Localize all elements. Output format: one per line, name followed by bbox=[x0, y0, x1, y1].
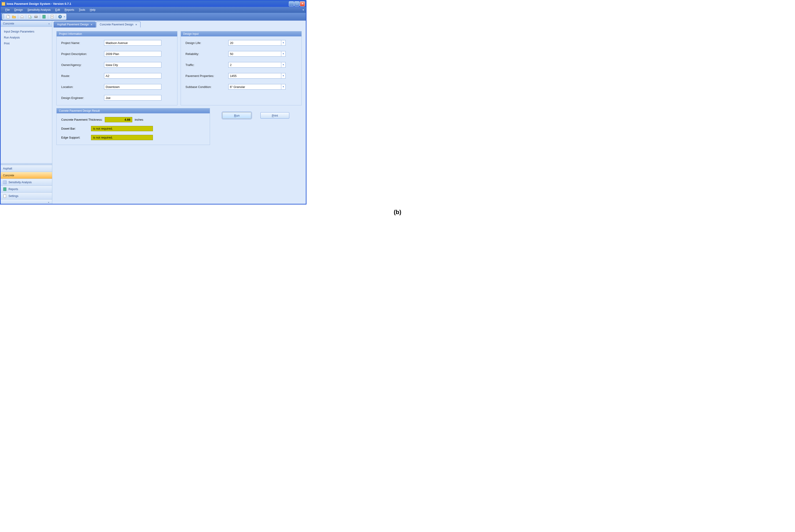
traffic-value[interactable] bbox=[228, 62, 281, 68]
help-button[interactable]: ? bbox=[57, 14, 62, 19]
design-life-value[interactable] bbox=[228, 40, 281, 45]
sidebar-item-reports[interactable]: Reports bbox=[1, 186, 52, 192]
edge-value: is not required. bbox=[91, 135, 153, 140]
document-icon bbox=[3, 194, 7, 198]
app-icon bbox=[2, 2, 5, 6]
sidebar-item-concrete[interactable]: Concrete bbox=[1, 172, 52, 178]
titlebar[interactable]: Iowa Pavement Design System - Version 0.… bbox=[1, 1, 306, 7]
close-tab-icon[interactable]: ✕ bbox=[135, 23, 137, 26]
close-button[interactable]: ✕ bbox=[300, 1, 305, 6]
sidebar-header-label: Concrete bbox=[3, 22, 14, 25]
new-file-button[interactable] bbox=[5, 14, 11, 19]
dropdown-icon[interactable]: ▼ bbox=[281, 73, 286, 79]
project-desc-input[interactable] bbox=[104, 51, 161, 57]
menu-tools[interactable]: Tools bbox=[76, 7, 88, 12]
owner-label: Owner/Agency: bbox=[61, 63, 101, 66]
print-button[interactable]: Print bbox=[260, 112, 289, 119]
engineer-input[interactable] bbox=[104, 95, 161, 100]
route-label: Route: bbox=[61, 74, 101, 78]
toolbar: ? ▼ bbox=[1, 13, 306, 21]
notebook-icon bbox=[3, 187, 7, 191]
svg-rect-5 bbox=[43, 15, 46, 18]
print-button[interactable] bbox=[34, 14, 38, 19]
subbase-label: Subbase Condition: bbox=[185, 85, 225, 89]
sidebar-link-run-analysis[interactable]: Run Analysis bbox=[1, 35, 52, 40]
collapse-icon[interactable]: « bbox=[48, 22, 50, 25]
window-title: Iowa Pavement Design System - Version 0.… bbox=[7, 2, 289, 5]
sidebar-link-input-params[interactable]: Input Design Parameters bbox=[1, 28, 52, 35]
sidebar-link-print[interactable]: Print bbox=[1, 40, 52, 46]
toolbar-gripper-icon bbox=[3, 15, 4, 19]
svg-text:?: ? bbox=[59, 15, 61, 18]
menu-file[interactable]: File bbox=[3, 7, 12, 12]
print-preview-button[interactable] bbox=[28, 14, 33, 19]
help-dropdown-icon[interactable]: ▼ bbox=[64, 16, 65, 18]
menu-sensitivity[interactable]: Sensitivity Analysis bbox=[25, 7, 53, 12]
design-life-label: Design Life: bbox=[185, 41, 225, 45]
location-input[interactable] bbox=[104, 84, 161, 90]
dowel-label: Dowel Bar: bbox=[61, 127, 89, 130]
sidebar-item-settings[interactable]: Settings bbox=[1, 192, 52, 199]
close-tab-icon[interactable]: ✕ bbox=[91, 23, 92, 26]
chevron-down-icon: ⌄ bbox=[48, 200, 50, 203]
figure-caption: (b) bbox=[0, 205, 795, 220]
run-button[interactable]: Run bbox=[222, 112, 251, 119]
dropdown-icon[interactable]: ▼ bbox=[281, 40, 286, 45]
maximize-button[interactable]: □ bbox=[294, 1, 300, 6]
svg-rect-1 bbox=[29, 15, 31, 18]
edge-label: Edge Support: bbox=[61, 136, 89, 139]
sidebar-splitter-icon[interactable]: · · · · · bbox=[1, 163, 52, 165]
panel-header: Design Input bbox=[181, 31, 302, 36]
design-life-select[interactable]: ▼ bbox=[228, 40, 286, 45]
subbase-value[interactable] bbox=[228, 84, 281, 90]
sidebar-item-asphalt[interactable]: Asphalt bbox=[1, 165, 52, 172]
sidebar-panel: Input Design Parameters Run Analysis Pri… bbox=[1, 27, 52, 163]
tab-asphalt[interactable]: Asphalt Pavement Design ✕ bbox=[54, 21, 96, 27]
reports-button[interactable] bbox=[41, 14, 47, 19]
svg-rect-16 bbox=[4, 194, 6, 198]
menu-help[interactable]: Help bbox=[88, 7, 98, 12]
svg-rect-10 bbox=[3, 181, 6, 184]
project-name-input[interactable] bbox=[104, 40, 161, 45]
menubar-overflow-icon[interactable]: ▾ bbox=[303, 8, 304, 12]
traffic-select[interactable]: ▼ bbox=[228, 62, 286, 68]
subbase-select[interactable]: ▼ bbox=[228, 84, 286, 90]
home-button[interactable] bbox=[19, 14, 24, 19]
minimize-button[interactable]: _ bbox=[289, 1, 294, 6]
pavement-props-value[interactable] bbox=[228, 73, 281, 79]
dropdown-icon[interactable]: ▼ bbox=[281, 62, 286, 68]
svg-rect-15 bbox=[3, 188, 6, 191]
panel-project-info: Project Information Project Name: Projec… bbox=[56, 31, 177, 105]
content-area: Asphalt Pavement Design ✕ Concrete Pavem… bbox=[52, 21, 306, 204]
dropdown-icon[interactable]: ▼ bbox=[281, 84, 286, 90]
location-label: Location: bbox=[61, 85, 101, 89]
sidebar-header[interactable]: Concrete « bbox=[1, 21, 52, 27]
dowel-value: is not required. bbox=[91, 126, 153, 131]
panel-design-input: Design Input Design Life: ▼ Reliability bbox=[181, 31, 302, 105]
owner-input[interactable] bbox=[104, 62, 161, 68]
sidebar-item-sensitivity[interactable]: Sensitivity Analysis bbox=[1, 178, 52, 186]
svg-rect-0 bbox=[7, 15, 9, 18]
reliability-value[interactable] bbox=[228, 51, 281, 57]
project-desc-label: Project Description: bbox=[61, 52, 101, 56]
menu-edit[interactable]: Edit bbox=[53, 7, 62, 12]
tab-concrete[interactable]: Concrete Pavement Design ✕ bbox=[96, 21, 141, 27]
thickness-label: Concrete Pavement Thickness: bbox=[61, 118, 103, 121]
pavement-props-label: Pavement Properties: bbox=[185, 74, 225, 78]
traffic-label: Traffic: bbox=[185, 63, 225, 66]
menu-design[interactable]: Design bbox=[12, 7, 25, 12]
svg-point-7 bbox=[52, 16, 53, 17]
dropdown-icon[interactable]: ▼ bbox=[281, 51, 286, 57]
pavement-props-select[interactable]: ▼ bbox=[228, 73, 286, 79]
settings-button[interactable] bbox=[50, 14, 55, 19]
open-folder-button[interactable] bbox=[12, 14, 17, 19]
route-input[interactable] bbox=[104, 73, 161, 79]
svg-rect-4 bbox=[35, 15, 37, 17]
sidebar: Concrete « Input Design Parameters Run A… bbox=[1, 21, 52, 204]
sidebar-footer[interactable]: ⌄ bbox=[1, 199, 52, 204]
menubar: File Design Sensitivity Analysis Edit Re… bbox=[1, 7, 306, 13]
reliability-select[interactable]: ▼ bbox=[228, 51, 286, 57]
app-window: Iowa Pavement Design System - Version 0.… bbox=[0, 0, 307, 205]
menu-reports[interactable]: Reports bbox=[62, 7, 76, 12]
thickness-value: 4.66 bbox=[105, 117, 132, 122]
